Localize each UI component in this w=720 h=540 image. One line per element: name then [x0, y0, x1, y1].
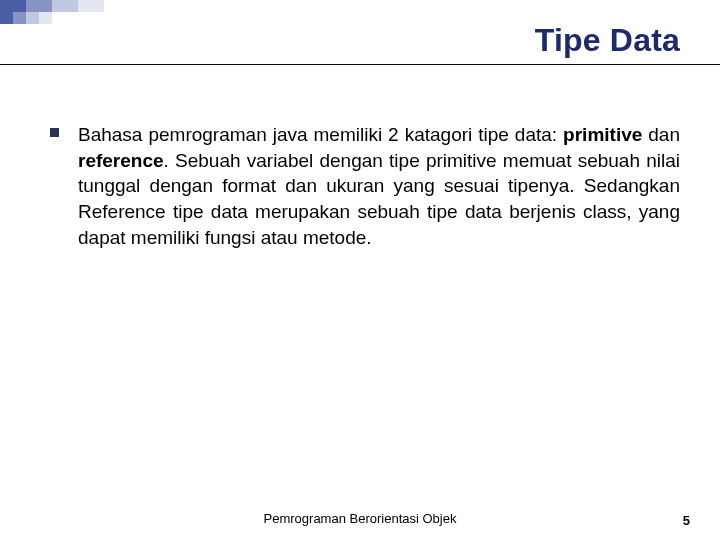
body-paragraph: Bahasa pemrograman java memiliki 2 katag…	[78, 122, 680, 250]
corner-decoration	[0, 0, 130, 24]
slide-body: Bahasa pemrograman java memiliki 2 katag…	[78, 122, 680, 250]
slide-title: Tipe Data	[535, 22, 680, 59]
page-number: 5	[683, 513, 690, 528]
title-rule	[0, 64, 720, 65]
bullet-icon	[50, 128, 59, 137]
slide-footer: Pemrograman Berorientasi Objek	[0, 511, 720, 526]
